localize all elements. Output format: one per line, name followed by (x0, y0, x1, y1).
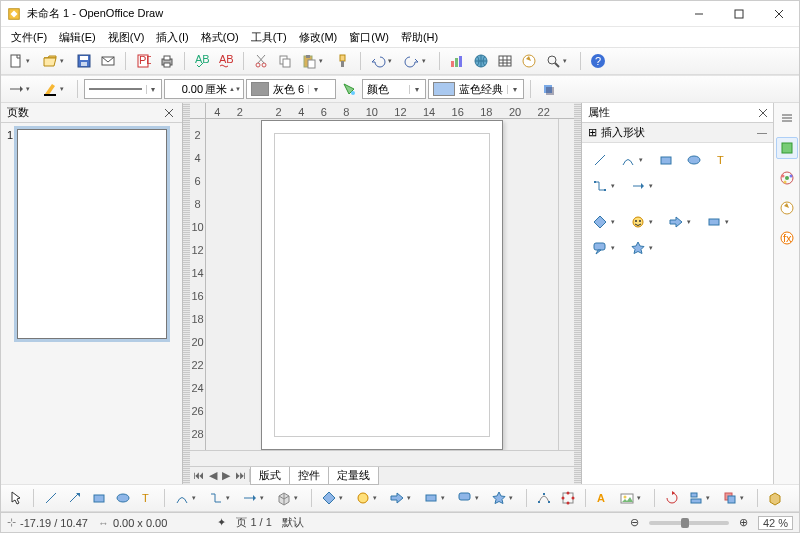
arrow-line-tool[interactable] (64, 487, 86, 509)
menu-help[interactable]: 帮助(H) (395, 28, 444, 47)
rotate-tool[interactable] (661, 487, 683, 509)
zoom-button[interactable]: ▾ (542, 50, 564, 72)
email-button[interactable] (97, 50, 119, 72)
menu-insert[interactable]: 插入(I) (150, 28, 194, 47)
pages-panel-close-icon[interactable] (162, 106, 176, 120)
zoom-out-button[interactable]: ⊖ (630, 516, 639, 529)
line-style-combo[interactable]: ▾ (84, 79, 162, 99)
sidebar-navigator-icon[interactable] (776, 197, 798, 219)
shape-arrow[interactable]: ▾ (626, 175, 650, 197)
area-style-combo[interactable]: 颜色 ▾ (362, 79, 426, 99)
auto-spellcheck-button[interactable]: ABC (215, 50, 237, 72)
block-arrows-tool[interactable]: ▾ (386, 487, 408, 509)
shape-line[interactable] (588, 149, 612, 171)
drawing-page[interactable] (261, 120, 503, 450)
chart-button[interactable] (446, 50, 468, 72)
maximize-button[interactable] (719, 1, 759, 27)
shape-basic[interactable]: ▾ (588, 211, 612, 233)
shape-star[interactable]: ▾ (626, 237, 650, 259)
menu-tools[interactable]: 工具(T) (245, 28, 293, 47)
menu-edit[interactable]: 编辑(E) (53, 28, 102, 47)
zoom-percent[interactable]: 42 % (758, 516, 793, 530)
page-thumbnail-1[interactable] (17, 129, 167, 339)
undo-button[interactable]: ▾ (367, 50, 389, 72)
shape-flowchart[interactable]: ▾ (702, 211, 726, 233)
arrange-tool[interactable]: ▾ (719, 487, 741, 509)
shadow-button[interactable] (537, 78, 559, 100)
symbol-shapes-tool[interactable]: ▾ (352, 487, 374, 509)
zoom-in-button[interactable]: ⊕ (739, 516, 748, 529)
shape-symbol[interactable]: ▾ (626, 211, 650, 233)
menu-modify[interactable]: 修改(M) (293, 28, 344, 47)
edit-points-tool[interactable] (533, 487, 555, 509)
splitter-left[interactable] (183, 103, 190, 484)
color-scheme-combo[interactable]: 蓝色经典 ▾ (428, 79, 524, 99)
fontwork-tool[interactable]: A (592, 487, 614, 509)
redo-button[interactable]: ▾ (401, 50, 423, 72)
vertical-scrollbar[interactable] (558, 119, 574, 450)
tab-layout[interactable]: 版式 (250, 467, 290, 485)
menu-format[interactable]: 格式(O) (195, 28, 245, 47)
lines-arrows-tool[interactable]: ▾ (239, 487, 261, 509)
tab-dimlines[interactable]: 定量线 (328, 467, 379, 485)
ellipse-tool[interactable] (112, 487, 134, 509)
3d-shapes-tool[interactable]: ▾ (273, 487, 295, 509)
new-button[interactable]: ▾ (5, 50, 27, 72)
text-tool[interactable]: T (136, 487, 158, 509)
cut-button[interactable] (250, 50, 272, 72)
sidebar-menu-icon[interactable] (776, 107, 798, 129)
export-pdf-button[interactable]: PDF (132, 50, 154, 72)
shape-block-arrow[interactable]: ▾ (664, 211, 688, 233)
paste-button[interactable]: ▾ (298, 50, 320, 72)
navigator-button[interactable] (518, 50, 540, 72)
stars-tool[interactable]: ▾ (488, 487, 510, 509)
shape-curve[interactable]: ▾ (616, 149, 640, 171)
line-width-spinner[interactable]: 0.00 厘米 ▲▼ (164, 79, 244, 99)
close-button[interactable] (759, 1, 799, 27)
line-tool[interactable] (40, 487, 62, 509)
format-paintbrush-button[interactable] (332, 50, 354, 72)
sidebar-properties-icon[interactable] (776, 137, 798, 159)
status-insert-mode[interactable]: ✦ (217, 516, 226, 529)
shape-callout[interactable]: ▾ (588, 237, 612, 259)
from-file-tool[interactable]: ▾ (616, 487, 638, 509)
basic-shapes-tool[interactable]: ▾ (318, 487, 340, 509)
print-button[interactable] (156, 50, 178, 72)
menu-window[interactable]: 窗口(W) (343, 28, 395, 47)
zoom-slider[interactable] (649, 521, 729, 525)
menu-view[interactable]: 视图(V) (102, 28, 151, 47)
table-button[interactable] (494, 50, 516, 72)
copy-button[interactable] (274, 50, 296, 72)
vertical-ruler[interactable]: 246810121416182022242628 (190, 119, 206, 450)
horizontal-scrollbar[interactable] (190, 450, 574, 466)
properties-panel-close-icon[interactable] (759, 107, 767, 119)
insert-shapes-section-header[interactable]: ⊞ 插入形状 — (582, 123, 773, 143)
align-tool[interactable]: ▾ (685, 487, 707, 509)
glue-points-tool[interactable] (557, 487, 579, 509)
tab-controls[interactable]: 控件 (289, 467, 329, 485)
rect-tool[interactable] (88, 487, 110, 509)
sidebar-functions-icon[interactable]: fx (776, 227, 798, 249)
tab-nav-buttons[interactable]: ⏮◀▶⏭ (190, 469, 250, 482)
minimize-button[interactable] (679, 1, 719, 27)
area-button[interactable] (338, 78, 360, 100)
line-color-button[interactable]: ▾ (39, 78, 61, 100)
callouts-tool[interactable]: ▾ (454, 487, 476, 509)
connector-tool[interactable]: ▾ (205, 487, 227, 509)
flowchart-tool[interactable]: ▾ (420, 487, 442, 509)
open-button[interactable]: ▾ (39, 50, 61, 72)
splitter-right[interactable] (574, 103, 581, 484)
shape-ellipse[interactable] (682, 149, 706, 171)
save-button[interactable] (73, 50, 95, 72)
spellcheck-button[interactable]: ABC (191, 50, 213, 72)
arrow-style-button[interactable]: ▾ (5, 78, 27, 100)
select-tool[interactable] (5, 487, 27, 509)
menu-file[interactable]: 文件(F) (5, 28, 53, 47)
extrusion-toggle[interactable] (764, 487, 786, 509)
shape-text[interactable]: T (710, 149, 734, 171)
curve-tool[interactable]: ▾ (171, 487, 193, 509)
shape-connector[interactable]: ▾ (588, 175, 612, 197)
help-button[interactable]: ? (587, 50, 609, 72)
line-color-combo[interactable]: 灰色 6 ▾ (246, 79, 336, 99)
canvas-viewport[interactable] (206, 119, 558, 450)
